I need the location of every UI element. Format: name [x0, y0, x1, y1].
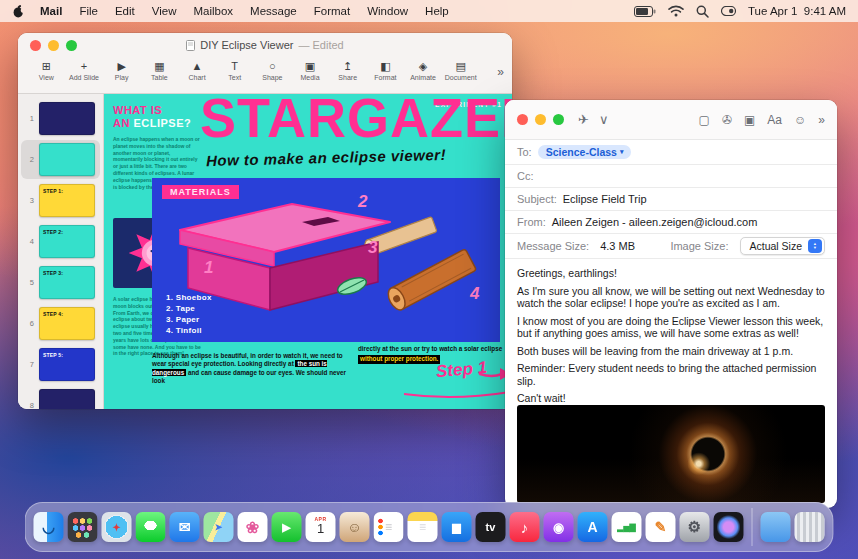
control-center-icon[interactable]	[721, 6, 736, 16]
dock-app-store[interactable]: A	[578, 512, 608, 542]
slide-thumb-1[interactable]: 1	[21, 99, 100, 138]
recipient-token[interactable]: Science-Class ▾	[538, 145, 632, 159]
mail-compose-window[interactable]: ✈∨ ▢✇▣Aa☺» To: Science-Class ▾ Cc: Subje…	[505, 100, 837, 508]
send-icon[interactable]: ✈	[578, 112, 589, 127]
toolbar-add-slide[interactable]: +Add Slide	[66, 60, 103, 81]
cc-label: Cc:	[517, 170, 534, 182]
toolbar-overflow-icon[interactable]: »	[497, 65, 504, 79]
recipient-name: Science-Class	[546, 146, 617, 158]
mail-paragraph: Both buses will be leaving from the main…	[517, 345, 825, 358]
dock-settings[interactable]: ⚙	[680, 512, 710, 542]
dock-finder[interactable]: ◡	[34, 512, 64, 542]
dock-siri[interactable]	[714, 512, 744, 542]
slide-thumb-4[interactable]: 4STEP 2:	[21, 222, 100, 261]
toolbar-view[interactable]: ⊞View	[28, 60, 65, 81]
menu-file[interactable]: File	[79, 5, 98, 17]
menu-view[interactable]: View	[152, 5, 177, 17]
photo-browser-icon[interactable]: ▣	[744, 113, 755, 127]
image-size-select[interactable]: Actual Size ▴ ▾	[740, 237, 825, 255]
slide-canvas[interactable]: EXPERIMENT #1 WHAT IS AN ECLIPSE? An ecl…	[104, 94, 512, 409]
dock-music[interactable]: ♪	[510, 512, 540, 542]
dock-numbers[interactable]: ▂▅▇	[612, 512, 642, 542]
slide-thumb-8[interactable]: 8	[21, 386, 100, 409]
slide-thumb-2[interactable]: 2	[21, 140, 100, 179]
keynote-toolbar: ⊞View+Add Slide▶Play▦Table▲ChartTText○Sh…	[18, 57, 490, 96]
insert-doc-icon[interactable]: ▢	[699, 113, 710, 127]
from-field[interactable]: From: Aileen Zeigen - aileen.zeigen@iclo…	[505, 211, 837, 234]
subject-value: Eclipse Field Trip	[563, 193, 647, 205]
toolbar-document[interactable]: ▤Document	[442, 60, 479, 81]
toolbar-table[interactable]: ▦Table	[141, 60, 178, 81]
mail-body[interactable]: Greetings, earthlings!As I'm sure you al…	[505, 259, 837, 403]
dock-trash[interactable]	[795, 512, 825, 542]
menu-mail[interactable]: Mail	[40, 5, 62, 17]
toolbar-share[interactable]: ↥Share	[329, 60, 366, 81]
toolbar-play[interactable]: ▶Play	[103, 60, 140, 81]
maps-icon: ➤	[215, 522, 223, 532]
wifi-icon[interactable]	[668, 5, 684, 17]
toolbar-animate[interactable]: ◈Animate	[405, 60, 442, 81]
slide-thumb-3[interactable]: 3STEP 1:	[21, 181, 100, 220]
menu-mailbox[interactable]: Mailbox	[193, 5, 233, 17]
toolbar-text[interactable]: TText	[216, 60, 253, 81]
cc-field[interactable]: Cc:	[505, 165, 837, 188]
battery-icon[interactable]	[634, 6, 656, 17]
dock-tv[interactable]: tv	[476, 512, 506, 542]
dock-contacts[interactable]: ☺	[340, 512, 370, 542]
keynote-window[interactable]: DIY Eclipse Viewer — Edited ⊞View+Add Sl…	[18, 33, 512, 409]
toolbar-label: Add Slide	[69, 74, 99, 81]
dock-photos[interactable]: ❀	[238, 512, 268, 542]
dock-messages[interactable]	[136, 512, 166, 542]
dock-pages[interactable]: ✎	[646, 512, 676, 542]
token-chevron-icon[interactable]: ▾	[620, 148, 624, 156]
to-field[interactable]: To: Science-Class ▾	[505, 140, 837, 165]
slide-navigator[interactable]: 123STEP 1:4STEP 2:5STEP 3:6STEP 4:7STEP …	[18, 94, 104, 409]
slide-thumb-5[interactable]: 5STEP 3:	[21, 263, 100, 302]
close-button[interactable]	[517, 114, 528, 125]
dock-downloads-folder[interactable]	[761, 512, 791, 542]
menu-message[interactable]: Message	[250, 5, 297, 17]
attach-icon[interactable]: ✇	[722, 113, 732, 127]
dock-safari[interactable]: ✦	[102, 512, 132, 542]
more-icon[interactable]: »	[818, 113, 825, 127]
dock-calendar[interactable]: APR1	[306, 512, 336, 542]
format-icon[interactable]: Aa	[767, 113, 782, 127]
from-value: Aileen Zeigen - aileen.zeigen@icloud.com	[552, 216, 758, 228]
play-icon: ▶	[117, 60, 125, 73]
slide-thumb-6[interactable]: 6STEP 4:	[21, 304, 100, 343]
toolbar-media[interactable]: ▣Media	[292, 60, 329, 81]
caution-right-line: directly at the sun or try to watch a so…	[358, 345, 502, 352]
chevron-down-icon[interactable]: ∨	[599, 112, 609, 127]
menu-edit[interactable]: Edit	[115, 5, 135, 17]
menu-bar-menus: MailFileEditViewMailboxMessageFormatWind…	[40, 5, 466, 17]
dock-notes[interactable]: ≡	[408, 512, 438, 542]
dock-keynote[interactable]: ▆	[442, 512, 472, 542]
zoom-button[interactable]	[553, 114, 564, 125]
toolbar-format[interactable]: ◧Format	[367, 60, 404, 81]
menu-bar-clock[interactable]: Tue Apr 1 9:41 AM	[748, 5, 846, 17]
menu-format[interactable]: Format	[314, 5, 350, 17]
dock-maps[interactable]: ➤	[204, 512, 234, 542]
message-size-value: 4.3 MB	[600, 240, 635, 252]
minimize-button[interactable]	[535, 114, 546, 125]
eclipse-photo-attachment[interactable]	[517, 405, 825, 503]
apple-menu[interactable]	[12, 4, 25, 18]
format-icon: ◧	[380, 60, 390, 73]
toolbar-shape[interactable]: ○Shape	[254, 60, 291, 81]
dock-facetime[interactable]: ▶	[272, 512, 302, 542]
dock-mail[interactable]: ✉	[170, 512, 200, 542]
slide-thumb-7[interactable]: 7STEP 5:	[21, 345, 100, 384]
slide-number: 4	[26, 237, 34, 246]
dock-podcasts[interactable]: ◉	[544, 512, 574, 542]
media-icon: ▣	[305, 60, 315, 73]
chart-icon: ▲	[192, 60, 203, 73]
menu-window[interactable]: Window	[367, 5, 408, 17]
dock-reminders[interactable]: ≡	[374, 512, 404, 542]
subject-field[interactable]: Subject: Eclipse Field Trip	[505, 188, 837, 211]
emoji-icon[interactable]: ☺	[794, 113, 806, 127]
search-icon[interactable]	[696, 5, 709, 18]
menu-help[interactable]: Help	[425, 5, 449, 17]
toolbar-chart[interactable]: ▲Chart	[179, 60, 216, 81]
dock-launchpad[interactable]	[68, 512, 98, 542]
headline-line1: WHAT IS	[113, 104, 162, 116]
